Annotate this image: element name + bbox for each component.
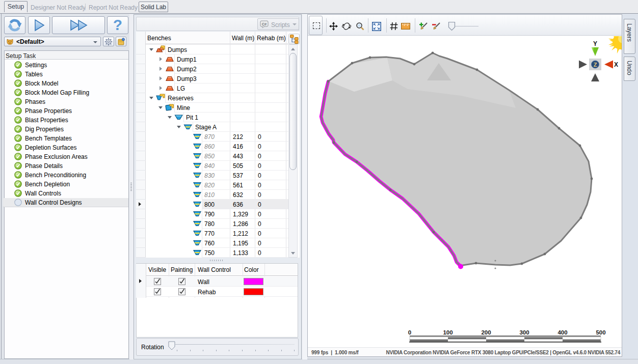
svg-text:Z: Z [594, 62, 597, 68]
svg-text:X: X [614, 61, 618, 68]
svg-text:200: 200 [481, 329, 491, 335]
svg-text:500: 500 [596, 329, 605, 335]
svg-text:C#: C# [262, 22, 267, 26]
svg-text:100: 100 [443, 329, 453, 335]
svg-text:Y: Y [593, 40, 597, 47]
svg-text:300: 300 [519, 329, 529, 335]
svg-text:400: 400 [557, 329, 567, 335]
svg-text:0: 0 [408, 329, 411, 335]
